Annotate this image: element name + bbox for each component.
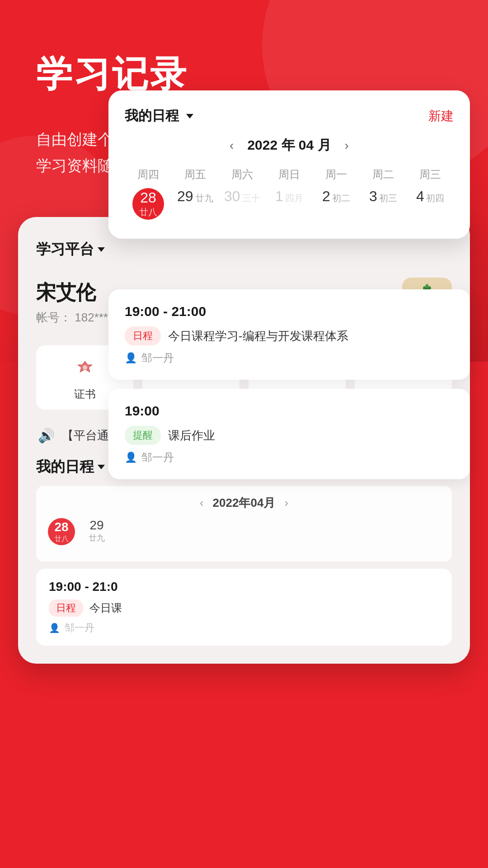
date-4-lunar: 初四 (426, 193, 444, 203)
certificate-label: 证书 (74, 387, 96, 401)
date-2-lunar: 初二 (332, 193, 350, 203)
event-1-row: 日程 今日课程学习-编程与开发课程体系 (125, 326, 454, 345)
date-3-lunar: 初三 (379, 193, 397, 203)
event-1-person-row: 👤 邹一丹 (125, 351, 454, 365)
cal-date-4[interactable]: 4 初四 (410, 188, 450, 225)
overlay-dropdown-icon[interactable] (186, 114, 193, 118)
date-4-num: 4 (416, 188, 424, 204)
events-container: 19:00 - 21:00 日程 今日课程学习-编程与开发课程体系 👤 邹一丹 … (108, 289, 470, 488)
mini-person-icon: 👤 (49, 623, 60, 633)
cal-prev-arrow[interactable]: ‹ (230, 138, 234, 153)
date-29-lunar: 廿九 (195, 193, 213, 203)
mini-person-name: 邹一丹 (65, 621, 94, 635)
event-2-person-name: 邹一丹 (141, 450, 174, 465)
mini-event-time: 19:00 - 21:0 (49, 580, 439, 594)
cal-next-arrow[interactable]: › (345, 138, 349, 153)
weekday-thu: 周四 (128, 167, 169, 182)
svg-point-16 (83, 365, 87, 370)
new-schedule-button[interactable]: 新建 (428, 108, 454, 125)
schedule-dropdown-icon[interactable] (98, 465, 105, 469)
mini-date-28[interactable]: 28 廿八 (48, 518, 75, 552)
event-2-desc: 课后作业 (168, 428, 215, 443)
mini-cal-next[interactable]: › (284, 496, 288, 510)
mini-calendar-bg: ‹ 2022年04月 › 28 廿八 29 廿九 (36, 486, 452, 561)
account-label: 帐号： (36, 311, 71, 324)
date-30-lunar: 三十 (242, 193, 260, 203)
date-3-num: 3 (369, 188, 377, 204)
cal-date-30[interactable]: 30 三十 (222, 188, 263, 225)
schedule-title: 我的日程 (36, 457, 94, 477)
event-1-person-icon: 👤 (125, 352, 137, 364)
date-1-num: 1 (275, 188, 283, 204)
event-1-tag: 日程 (125, 326, 161, 345)
date-30-num: 30 (224, 188, 240, 204)
platform-dropdown-icon[interactable] (98, 247, 105, 252)
date-28-dot (146, 222, 150, 225)
event-2-person-icon: 👤 (125, 452, 137, 463)
calendar-weekdays: 周四 周五 周六 周日 周一 周二 周三 (125, 167, 454, 182)
mini-event-card: 19:00 - 21:0 日程 今日课 👤 邹一丹 (36, 569, 452, 646)
hero-title: 学习记录 (36, 54, 188, 94)
cal-date-1[interactable]: 1 四月 (269, 188, 310, 225)
mini-cal-nav: ‹ 2022年04月 › (43, 495, 445, 511)
weekday-sat: 周六 (222, 167, 263, 182)
mini-event-tag: 日程 (49, 599, 83, 617)
event-card-1[interactable]: 19:00 - 21:00 日程 今日课程学习-编程与开发课程体系 👤 邹一丹 (108, 289, 470, 380)
mini-event-row: 日程 今日课 (49, 599, 439, 617)
weekday-sun: 周日 (269, 167, 310, 182)
date-28-lunar: 廿八 (139, 206, 157, 218)
date-28-num: 28 (140, 189, 156, 206)
certificate-icon (74, 358, 96, 381)
event-1-time: 19:00 - 21:00 (125, 304, 454, 319)
schedule-overlay-card: 我的日程 新建 ‹ 2022 年 04 月 › 周四 周五 周六 周日 周一 周… (108, 90, 470, 239)
cal-month-label: 2022 年 04 月 (247, 136, 331, 155)
cal-date-29[interactable]: 29 廿九 (175, 188, 216, 225)
weekday-fri: 周五 (175, 167, 216, 182)
mini-cal-prev[interactable]: ‹ (200, 496, 204, 510)
cal-date-28[interactable]: 28 廿八 (128, 188, 169, 225)
calendar-nav: ‹ 2022 年 04 月 › (125, 136, 454, 155)
mini-date-29[interactable]: 29 廿九 (89, 518, 105, 552)
mini-cal-label: 2022年04月 (213, 495, 276, 511)
cal-date-2[interactable]: 2 初二 (316, 188, 357, 225)
platform-title: 学习平台 (36, 240, 94, 259)
notification-icon: 🔊 (38, 428, 55, 443)
event-2-row: 提醒 课后作业 (125, 426, 454, 445)
event-1-person-name: 邹一丹 (141, 351, 174, 365)
cal-date-3[interactable]: 3 初三 (363, 188, 404, 225)
weekday-wed: 周三 (410, 167, 450, 182)
date-29-num: 29 (177, 188, 193, 204)
date-2-num: 2 (322, 188, 330, 204)
mini-event-desc: 今日课 (89, 601, 122, 615)
overlay-title-text: 我的日程 (125, 107, 179, 125)
event-2-time: 19:00 (125, 403, 454, 419)
date-1-lunar: 四月 (285, 193, 303, 203)
mini-event-person-row: 👤 邹一丹 (49, 621, 439, 635)
event-1-desc: 今日课程学习-编程与开发课程体系 (168, 328, 348, 344)
event-2-person-row: 👤 邹一丹 (125, 450, 454, 465)
event-card-2[interactable]: 19:00 提醒 课后作业 👤 邹一丹 (108, 389, 470, 479)
calendar-dates: 28 廿八 29 廿九 30 三十 1 四月 (125, 188, 454, 225)
platform-header[interactable]: 学习平台 (36, 240, 452, 259)
weekday-mon: 周一 (316, 167, 357, 182)
mini-cal-dates-row: 28 廿八 29 廿九 (43, 518, 445, 552)
weekday-tue: 周二 (363, 167, 404, 182)
schedule-overlay-title: 我的日程 (125, 107, 193, 125)
event-2-tag: 提醒 (125, 426, 161, 445)
schedule-overlay-header: 我的日程 新建 (125, 107, 454, 125)
